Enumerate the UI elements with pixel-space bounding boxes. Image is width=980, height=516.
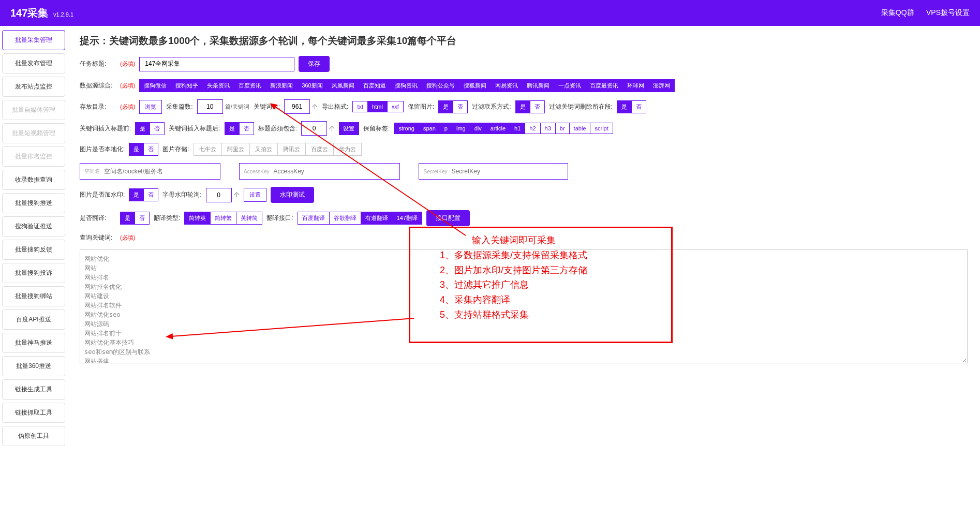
wm-tag-0[interactable]: 是 — [129, 188, 144, 201]
fkw-tag-0[interactable]: 是 — [617, 100, 632, 113]
source-tag-11[interactable]: 网易资讯 — [491, 79, 523, 92]
source-tag-8[interactable]: 搜狗资讯 — [391, 79, 422, 92]
qq-group-link[interactable]: 采集QQ群 — [881, 8, 914, 17]
html-tag-6[interactable]: h1 — [510, 123, 525, 134]
source-tag-5[interactable]: 360新闻 — [298, 79, 327, 92]
source-tag-12[interactable]: 腾讯新闻 — [523, 79, 554, 92]
export-tag-0[interactable]: txt — [352, 101, 368, 112]
html-tag-9[interactable]: br — [556, 123, 570, 134]
trtype-tag-1[interactable]: 简转繁 — [211, 212, 236, 225]
task-required: (必填) — [120, 60, 135, 68]
source-tag-13[interactable]: 一点资讯 — [554, 79, 586, 92]
task-title-input[interactable] — [139, 57, 294, 71]
trtype-tag-2[interactable]: 英转简 — [236, 212, 262, 225]
export-tag-2[interactable]: xxf — [388, 101, 404, 112]
kwafter-tag-1[interactable]: 否 — [240, 122, 254, 135]
source-tag-1[interactable]: 搜狗知乎 — [171, 79, 203, 92]
source-tag-3[interactable]: 百度资讯 — [234, 79, 266, 92]
fkw-tag-1[interactable]: 否 — [632, 100, 646, 113]
kwbefore-tag-0[interactable]: 是 — [135, 122, 150, 135]
space-input[interactable] — [102, 164, 216, 179]
trapi-tag-2[interactable]: 有道翻译 — [361, 212, 393, 225]
sidebar-item-0[interactable]: 批量采集管理 — [2, 30, 65, 50]
hint-text: 提示：关键词数最多1000个，采集数据源多个轮训，每个关键词最多采集10篇每个平… — [80, 34, 968, 48]
tr-tag-0[interactable]: 是 — [120, 212, 135, 225]
source-tag-9[interactable]: 搜狗公众号 — [422, 79, 459, 92]
html-tag-2[interactable]: p — [440, 123, 452, 134]
brand-version: v1.2.9.1 — [53, 11, 73, 18]
trtype-tag-0[interactable]: 简转英 — [184, 212, 211, 225]
sidebar-item-10[interactable]: 批量搜狗投诉 — [2, 263, 65, 283]
html-tag-5[interactable]: article — [486, 123, 510, 134]
source-tag-6[interactable]: 凤凰新闻 — [328, 79, 359, 92]
trapi-tag-3[interactable]: 147翻译 — [393, 212, 422, 225]
cloud-tag-1[interactable]: 阿里云 — [222, 143, 250, 156]
source-tag-16[interactable]: 澎湃网 — [649, 79, 675, 92]
html-tag-11[interactable]: script — [590, 123, 613, 134]
title-must-unit: 个 — [329, 125, 335, 132]
sidebar-item-12[interactable]: 百度API推送 — [2, 309, 65, 330]
sidebar-item-6[interactable]: 收录数据查询 — [2, 170, 65, 190]
source-tag-4[interactable]: 新浪新闻 — [266, 79, 298, 92]
kwbefore-tag-1[interactable]: 否 — [150, 122, 165, 135]
title-must-input[interactable] — [301, 121, 327, 136]
sidebar-item-8[interactable]: 搜狗验证推送 — [2, 216, 65, 237]
source-tag-2[interactable]: 头条资讯 — [203, 79, 234, 92]
wm-test-button[interactable]: 水印测试 — [271, 187, 314, 203]
html-tag-10[interactable]: table — [570, 123, 591, 134]
source-tag-15[interactable]: 环球网 — [623, 79, 649, 92]
browse-button[interactable]: 浏览 — [139, 100, 162, 114]
html-tag-3[interactable]: img — [452, 123, 470, 134]
trapi-tag-0[interactable]: 百度翻译 — [298, 212, 330, 225]
sidebar-item-15[interactable]: 链接生成工具 — [2, 379, 65, 400]
kw-before-label: 关键词插入标题前: — [80, 124, 131, 133]
source-tag-10[interactable]: 搜狐新闻 — [459, 79, 491, 92]
tr-config-button[interactable]: 接口配置 — [426, 210, 470, 226]
sidebar-item-17[interactable]: 伪原创工具 — [2, 426, 65, 446]
sidebar-item-2[interactable]: 发布站点监控 — [2, 77, 65, 97]
kw-count-input[interactable] — [284, 99, 310, 114]
cloud-tag-5[interactable]: 华为云 — [334, 143, 362, 156]
sidebar-item-1[interactable]: 批量发布管理 — [2, 53, 65, 73]
export-tag-1[interactable]: html — [368, 101, 388, 112]
html-tag-4[interactable]: div — [470, 123, 486, 134]
save-button[interactable]: 保存 — [299, 56, 330, 72]
title-must-set[interactable]: 设置 — [339, 122, 359, 135]
cloud-tag-3[interactable]: 腾讯云 — [278, 143, 306, 156]
keywords-textarea[interactable]: 网站优化 网站 网站排名 网站排名优化 网站建设 网站排名软件 网站优化seo … — [80, 249, 968, 363]
sk-input[interactable] — [450, 164, 563, 179]
row-sources: 数据源综合: (必填) 搜狗微信搜狗知乎头条资讯百度资讯新浪新闻360新闻凤凰新… — [80, 79, 968, 92]
sidebar-item-13[interactable]: 批量神马推送 — [2, 333, 65, 353]
html-tag-0[interactable]: strong — [394, 123, 419, 134]
cloud-tag-0[interactable]: 七牛云 — [194, 143, 222, 156]
kwafter-tag-0[interactable]: 是 — [225, 122, 240, 135]
sidebar-item-7[interactable]: 批量搜狗推送 — [2, 193, 65, 213]
sidebar-item-14[interactable]: 批量360推送 — [2, 356, 65, 376]
cloud-tag-2[interactable]: 又拍云 — [250, 143, 278, 156]
trapi-tag-1[interactable]: 谷歌翻译 — [330, 212, 361, 225]
keepimg-tag-1[interactable]: 否 — [453, 100, 468, 113]
tr-tag-1[interactable]: 否 — [135, 212, 150, 225]
vps-settings-link[interactable]: VPS拨号设置 — [926, 8, 970, 17]
imglocal-tag-0[interactable]: 是 — [129, 143, 144, 156]
fcontact-tag-1[interactable]: 否 — [530, 100, 545, 113]
fcontact-tag-0[interactable]: 是 — [515, 100, 530, 113]
html-tag-7[interactable]: h2 — [525, 123, 540, 134]
cloud-tag-4[interactable]: 百度云 — [306, 143, 334, 156]
keepimg-tag-0[interactable]: 是 — [438, 100, 453, 113]
source-tag-0[interactable]: 搜狗微信 — [139, 79, 171, 92]
source-tag-14[interactable]: 百度最资讯 — [586, 79, 623, 92]
imglocal-tag-1[interactable]: 否 — [144, 143, 158, 156]
sidebar-item-11[interactable]: 批量搜狗绑站 — [2, 286, 65, 306]
ak-input[interactable] — [271, 164, 395, 179]
count-input[interactable] — [197, 99, 223, 114]
kw-count-label: 关键词数: — [254, 102, 280, 111]
source-tag-7[interactable]: 百度知道 — [359, 79, 391, 92]
html-tag-8[interactable]: h3 — [541, 123, 556, 134]
wm-tag-1[interactable]: 否 — [144, 188, 158, 201]
wm-rotate-input[interactable] — [206, 188, 232, 202]
html-tag-1[interactable]: span — [419, 123, 440, 134]
wm-set-button[interactable]: 设置 — [244, 188, 266, 202]
sidebar-item-16[interactable]: 链接抓取工具 — [2, 403, 65, 423]
sidebar-item-9[interactable]: 批量搜狗反馈 — [2, 240, 65, 260]
